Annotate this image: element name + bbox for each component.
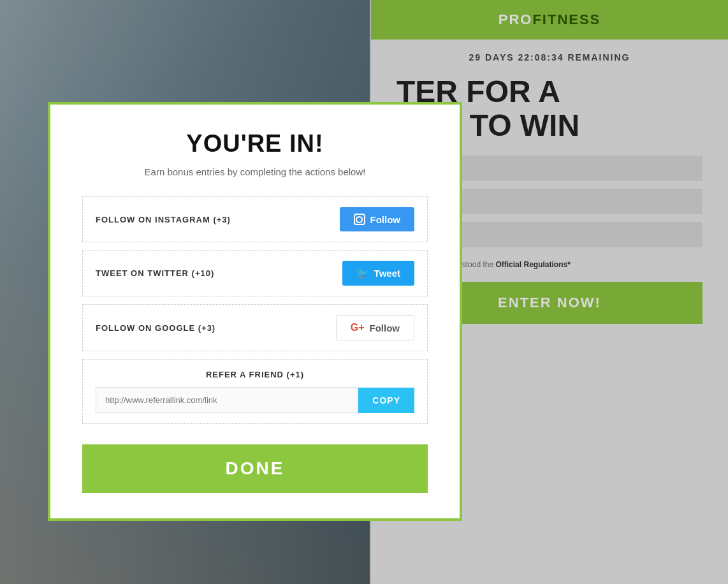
copy-button[interactable]: COPY <box>358 388 414 413</box>
google-plus-icon: G+ <box>351 322 365 333</box>
twitter-button-label: Tweet <box>374 268 400 279</box>
instagram-icon <box>354 214 365 225</box>
google-action-row: FOLLOW ON GOOGLE (+3) G+ Follow <box>82 304 428 351</box>
instagram-button-label: Follow <box>370 214 401 225</box>
referral-input-row: COPY <box>96 387 414 413</box>
google-button-label: Follow <box>370 323 400 333</box>
google-label: FOLLOW ON GOOGLE (+3) <box>96 323 215 333</box>
referral-url-input[interactable] <box>96 387 358 413</box>
referral-row: REFER A FRIEND (+1) COPY <box>82 359 428 424</box>
twitter-icon: 🐦 <box>356 267 369 279</box>
referral-label: REFER A FRIEND (+1) <box>96 370 414 379</box>
instagram-action-row: FOLLOW ON INSTAGRAM (+3) Follow <box>82 196 428 242</box>
modal-overlay: YOU'RE IN! Earn bonus entries by complet… <box>0 0 728 584</box>
twitter-label: TWEET ON TWITTER (+10) <box>96 268 214 278</box>
modal-subtitle: Earn bonus entries by completing the act… <box>82 166 428 177</box>
done-button[interactable]: DONE <box>82 444 428 493</box>
twitter-action-row: TWEET ON TWITTER (+10) 🐦 Tweet <box>82 250 428 296</box>
instagram-follow-button[interactable]: Follow <box>340 207 415 231</box>
modal-dialog: YOU'RE IN! Earn bonus entries by complet… <box>48 102 462 521</box>
google-follow-button[interactable]: G+ Follow <box>336 315 414 340</box>
instagram-label: FOLLOW ON INSTAGRAM (+3) <box>96 215 231 224</box>
modal-title: YOU'RE IN! <box>82 130 428 157</box>
twitter-tweet-button[interactable]: 🐦 Tweet <box>342 261 414 286</box>
